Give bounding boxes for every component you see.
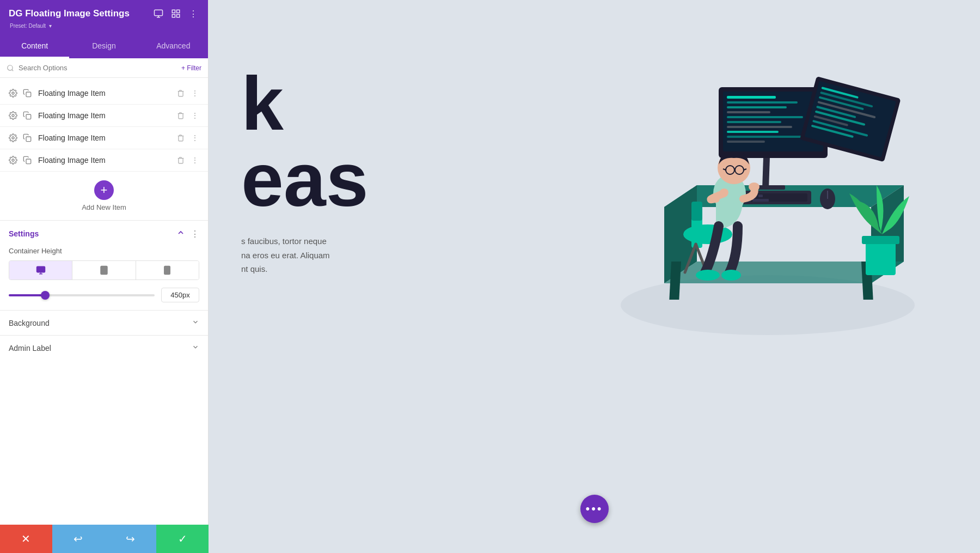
- background-section-title: Background: [9, 319, 50, 327]
- delete-icon-3[interactable]: [175, 132, 186, 143]
- tablet-device-btn[interactable]: [72, 261, 136, 279]
- settings-icon-4[interactable]: [8, 155, 19, 166]
- svg-rect-6: [177, 15, 180, 17]
- slider-fill: [9, 294, 45, 296]
- search-icon: [7, 64, 14, 72]
- device-selector: [9, 260, 199, 280]
- svg-rect-5: [172, 15, 175, 17]
- more-icon-3[interactable]: ⋮: [189, 132, 200, 143]
- svg-rect-16: [26, 159, 31, 164]
- settings-chevron-icon[interactable]: [176, 228, 185, 239]
- settings-more-icon[interactable]: ⋮: [191, 229, 199, 239]
- settings-section-title: Settings: [9, 229, 39, 238]
- filter-button[interactable]: + Filter: [181, 64, 201, 72]
- item-label-1: Floating Image Item: [38, 89, 170, 98]
- more-icon-4[interactable]: ⋮: [189, 155, 200, 166]
- sidebar-header: DG Floating Image Settings ⋮ Preset: Def…: [0, 0, 208, 35]
- admin-label-section-header[interactable]: Admin Label: [9, 343, 199, 353]
- search-input[interactable]: [19, 64, 177, 72]
- svg-point-9: [12, 92, 14, 94]
- item-icons-2: [8, 110, 33, 121]
- delete-icon-4[interactable]: [175, 155, 186, 166]
- body-text: s faucibus, tortor nequena eros eu erat.…: [241, 234, 361, 276]
- delete-icon-2[interactable]: [175, 110, 186, 121]
- svg-rect-32: [757, 185, 785, 190]
- responsive-icon[interactable]: [152, 8, 164, 20]
- slider-thumb[interactable]: [41, 291, 50, 300]
- svg-rect-37: [727, 106, 787, 108]
- settings-icon-3[interactable]: [8, 132, 19, 143]
- svg-rect-68: [752, 199, 769, 202]
- item-icons-3: [8, 132, 33, 143]
- text-overlay: k eas s faucibus, tortor nequena eros eu…: [241, 65, 369, 276]
- admin-label-section-title: Admin Label: [9, 344, 51, 353]
- settings-icon-2[interactable]: [8, 110, 19, 121]
- svg-line-8: [12, 69, 14, 71]
- list-item: Floating Image Item ⋮: [0, 105, 208, 127]
- desk-illustration: [599, 33, 936, 360]
- tab-content[interactable]: Content: [0, 35, 69, 58]
- copy-icon-3[interactable]: [22, 132, 33, 143]
- sidebar-title: DG Floating Image Settings: [9, 8, 130, 19]
- copy-icon-1[interactable]: [22, 88, 33, 99]
- settings-section-header[interactable]: Settings ⋮: [9, 228, 199, 239]
- slider-track[interactable]: [9, 294, 155, 296]
- item-label-2: Floating Image Item: [38, 111, 170, 120]
- add-circle-icon: +: [94, 180, 114, 200]
- tab-design[interactable]: Design: [69, 35, 138, 58]
- svg-point-80: [720, 189, 728, 196]
- big-text-k: k: [241, 65, 369, 142]
- main-content: k eas s faucibus, tortor nequena eros eu…: [209, 0, 980, 553]
- bottom-toolbar: ✕ ↩ ↪ ✓: [0, 525, 209, 553]
- undo-button[interactable]: ↩: [52, 525, 105, 553]
- svg-rect-38: [727, 111, 770, 113]
- redo-button[interactable]: ↪: [105, 525, 157, 553]
- svg-rect-3: [172, 10, 175, 13]
- svg-point-11: [12, 114, 14, 117]
- more-icon-2[interactable]: ⋮: [189, 110, 200, 121]
- sidebar-content: Floating Image Item ⋮: [0, 78, 208, 553]
- more-icon-1[interactable]: ⋮: [189, 88, 200, 99]
- svg-rect-63: [758, 195, 763, 197]
- preset-label[interactable]: Preset: Default ▾: [9, 22, 199, 29]
- copy-icon-4[interactable]: [22, 155, 33, 166]
- svg-rect-35: [727, 96, 776, 99]
- tabs: Content Design Advanced: [0, 35, 208, 58]
- header-icons: ⋮: [152, 8, 199, 20]
- svg-rect-17: [36, 266, 45, 272]
- list-item: Floating Image Item ⋮: [0, 82, 208, 105]
- mobile-device-btn[interactable]: [136, 261, 199, 279]
- desktop-device-btn[interactable]: [9, 261, 72, 279]
- item-icons-4: [8, 155, 33, 166]
- more-icon[interactable]: ⋮: [187, 8, 199, 20]
- item-icons-1: [8, 88, 33, 99]
- svg-point-13: [12, 137, 14, 139]
- delete-icon-1[interactable]: [175, 88, 186, 99]
- svg-point-15: [12, 159, 14, 161]
- save-button[interactable]: ✓: [156, 525, 209, 553]
- body-text-content: s faucibus, tortor nequena eros eu erat.…: [241, 236, 330, 274]
- fab-button[interactable]: •••: [580, 495, 609, 523]
- svg-rect-29: [669, 262, 681, 300]
- svg-rect-44: [727, 141, 765, 143]
- settings-icon-1[interactable]: [8, 88, 19, 99]
- add-new-item-button[interactable]: + Add New Item: [0, 172, 208, 220]
- cancel-button[interactable]: ✕: [0, 525, 52, 553]
- slider-value[interactable]: 450px: [161, 288, 199, 302]
- background-chevron-icon[interactable]: [192, 318, 199, 327]
- background-section-header[interactable]: Background: [9, 318, 199, 327]
- svg-point-77: [696, 270, 720, 281]
- svg-rect-42: [727, 131, 779, 133]
- illustration-svg: [599, 33, 936, 349]
- svg-rect-4: [177, 10, 180, 13]
- admin-label-chevron-icon[interactable]: [192, 343, 199, 353]
- list-item: Floating Image Item ⋮: [0, 149, 208, 172]
- grid-icon[interactable]: [170, 8, 182, 20]
- container-height-label: Container Height: [9, 247, 199, 255]
- copy-icon-2[interactable]: [22, 110, 33, 121]
- svg-point-79: [749, 183, 759, 191]
- item-label-3: Floating Image Item: [38, 133, 170, 142]
- svg-rect-87: [866, 240, 896, 275]
- settings-section: Settings ⋮ Container Height: [0, 220, 208, 310]
- tab-advanced[interactable]: Advanced: [139, 35, 208, 58]
